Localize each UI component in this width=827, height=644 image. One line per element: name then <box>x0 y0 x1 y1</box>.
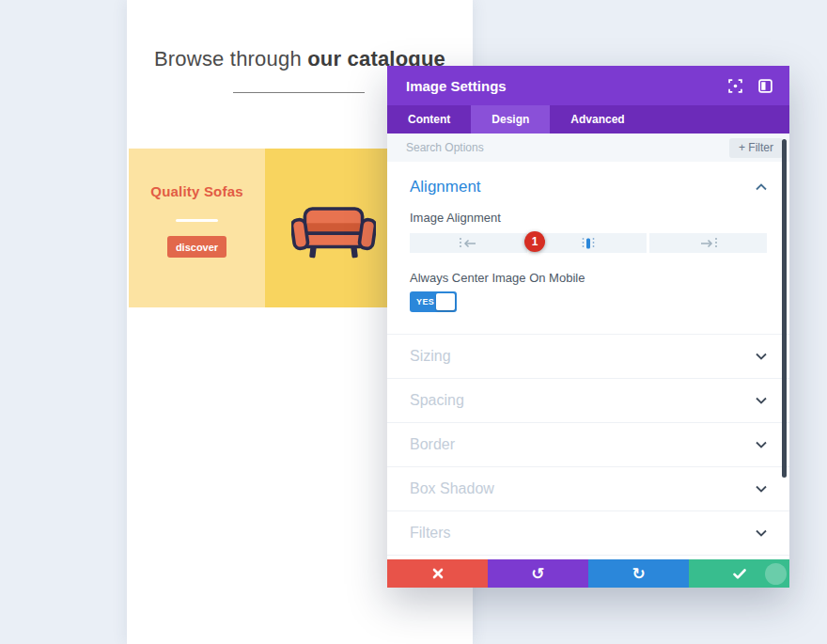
section-title: Box Shadow <box>410 480 756 497</box>
collapsed-sections-list: Sizing Spacing Border Box Shadow <box>387 334 789 556</box>
section-title: Spacing <box>410 392 756 409</box>
modal-content: Alignment Image Alignment <box>387 162 789 559</box>
filter-button[interactable]: + Filter <box>729 138 783 158</box>
promo-card-divider <box>176 219 218 222</box>
section-title: Filters <box>410 525 756 542</box>
snap-position-icon[interactable] <box>728 79 742 93</box>
align-right-icon <box>698 237 719 250</box>
image-alignment-label: Image Alignment <box>410 211 767 225</box>
align-left-button[interactable] <box>410 233 527 253</box>
resize-grip[interactable] <box>765 563 787 585</box>
chevron-down-icon <box>756 485 767 493</box>
promo-card-title: Quality Sofas <box>129 183 265 199</box>
tab-content[interactable]: Content <box>387 105 471 134</box>
always-center-mobile-toggle[interactable]: YES <box>410 291 457 312</box>
discard-button[interactable] <box>387 559 488 588</box>
dock-layout-icon[interactable] <box>758 79 772 93</box>
toggle-knob <box>436 293 455 310</box>
always-center-mobile-label: Always Center Image On Mobile <box>410 271 767 285</box>
image-settings-modal: Image Settings Content Design <box>387 66 789 588</box>
undo-button[interactable]: ↺ <box>488 559 588 588</box>
align-center-button[interactable] <box>530 233 648 253</box>
toggle-yes-label: YES <box>416 297 434 306</box>
page-background: Browse through our catalogue Quality Sof… <box>0 0 827 644</box>
modal-header-icons <box>728 79 772 93</box>
search-options-input[interactable] <box>406 141 729 154</box>
section-title: Sizing <box>410 348 756 365</box>
discover-button[interactable]: discover <box>167 236 226 258</box>
redo-button[interactable]: ↻ <box>588 559 689 588</box>
section-row-border[interactable]: Border <box>387 423 789 467</box>
alignment-section-header[interactable]: Alignment <box>410 162 767 196</box>
section-title: Border <box>410 436 756 453</box>
modal-footer: ↺ ↻ <box>387 559 789 588</box>
modal-scrollbar[interactable] <box>782 162 787 478</box>
align-left-icon <box>458 237 478 250</box>
chevron-down-icon <box>756 353 767 360</box>
close-icon <box>432 568 444 579</box>
tab-design[interactable]: Design <box>471 105 550 134</box>
check-icon <box>733 569 746 579</box>
chevron-down-icon <box>756 529 767 537</box>
save-button[interactable] <box>689 559 789 588</box>
alignment-section-title: Alignment <box>410 178 756 196</box>
alignment-section: Alignment Image Alignment <box>387 162 789 312</box>
section-row-sizing[interactable]: Sizing <box>387 335 789 379</box>
undo-icon: ↺ <box>531 566 544 582</box>
align-right-button[interactable] <box>649 233 767 253</box>
search-options-bar: + Filter <box>387 134 789 162</box>
modal-tabbar: Content Design Advanced <box>387 105 789 134</box>
modal-title: Image Settings <box>406 78 728 94</box>
promo-card-text-panel: Quality Sofas discover <box>129 149 265 307</box>
align-center-icon <box>581 237 596 250</box>
modal-header[interactable]: Image Settings <box>387 66 789 105</box>
chevron-down-icon <box>756 441 767 448</box>
chevron-down-icon <box>756 397 767 404</box>
section-row-spacing[interactable]: Spacing <box>387 379 789 423</box>
section-row-box-shadow[interactable]: Box Shadow <box>387 467 789 511</box>
step-badge: 1 <box>524 231 545 252</box>
sofa-icon <box>291 205 376 263</box>
tab-advanced[interactable]: Advanced <box>550 105 645 134</box>
chevron-up-icon <box>756 183 767 191</box>
heading-divider <box>233 92 365 93</box>
page-title-regular: Browse through <box>154 47 307 71</box>
section-row-filters[interactable]: Filters <box>387 511 789 556</box>
image-alignment-control: 1 <box>410 233 767 253</box>
redo-icon: ↻ <box>632 566 645 582</box>
